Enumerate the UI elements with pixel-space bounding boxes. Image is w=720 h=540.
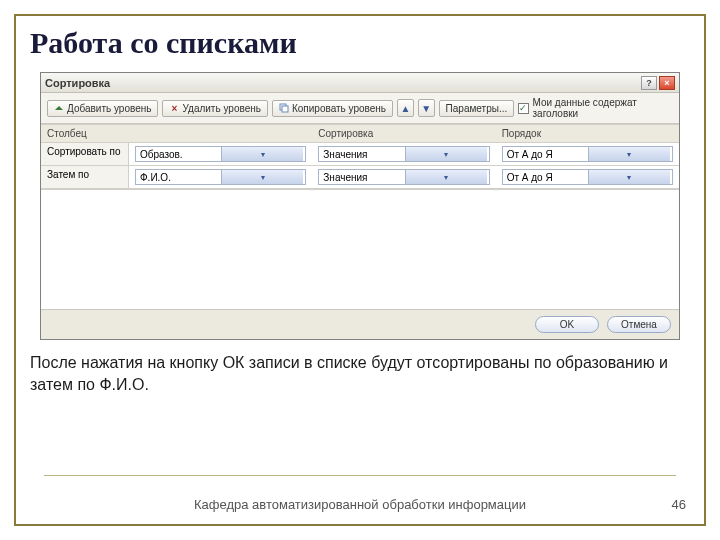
chevron-down-icon: ▾ [405, 170, 487, 184]
column-select[interactable]: Образов.▾ [135, 146, 306, 162]
has-headers-checkbox[interactable]: ✓ Мои данные содержат заголовки [518, 97, 673, 119]
cell: Значения▾ [312, 143, 495, 166]
cell: От А до Я▾ [496, 143, 679, 166]
add-level-button[interactable]: Добавить уровень [47, 100, 158, 117]
chevron-down-icon: ▾ [588, 147, 670, 161]
grid-header-sortby: Сортировка [312, 124, 495, 143]
slide-title: Работа со списками [30, 26, 690, 60]
sortby-select[interactable]: Значения▾ [318, 146, 489, 162]
close-button[interactable]: × [659, 76, 675, 90]
dialog-footer: OK Отмена [41, 309, 679, 339]
ok-button[interactable]: OK [535, 316, 599, 333]
add-icon [54, 103, 64, 113]
cell: Ф.И.О.▾ [129, 166, 312, 189]
footer-caption: Кафедра автоматизированной обработки инф… [16, 497, 704, 512]
checkbox-icon: ✓ [518, 103, 528, 114]
svg-rect-1 [282, 106, 288, 112]
options-button[interactable]: Параметры... [439, 100, 515, 117]
cell: От А до Я▾ [496, 166, 679, 189]
sort-dialog: Сортировка ? × Добавить уровень × Удалит… [40, 72, 680, 340]
dialog-toolbar: Добавить уровень × Удалить уровень Копир… [41, 93, 679, 124]
row-lead: Затем по [41, 166, 129, 189]
cell: Значения▾ [312, 166, 495, 189]
grid-header-order: Порядок [496, 124, 679, 143]
dialog-caption: Сортировка [45, 77, 110, 89]
chevron-down-icon: ▾ [405, 147, 487, 161]
chevron-down-icon: ▾ [221, 170, 303, 184]
copy-level-button[interactable]: Копировать уровень [272, 100, 393, 117]
slide-frame: Работа со списками Сортировка ? × Добави… [14, 14, 706, 526]
sort-grid: Столбец Сортировка Порядок Сортировать п… [41, 124, 679, 189]
order-select[interactable]: От А до Я▾ [502, 169, 673, 185]
grid-empty-area [41, 189, 679, 309]
chevron-down-icon: ▾ [221, 147, 303, 161]
delete-icon: × [169, 103, 179, 113]
move-down-button[interactable]: ▼ [418, 99, 435, 117]
cell: Образов.▾ [129, 143, 312, 166]
cancel-button[interactable]: Отмена [607, 316, 671, 333]
sortby-select[interactable]: Значения▾ [318, 169, 489, 185]
delete-level-button[interactable]: × Удалить уровень [162, 100, 267, 117]
column-select[interactable]: Ф.И.О.▾ [135, 169, 306, 185]
order-select[interactable]: От А до Я▾ [502, 146, 673, 162]
move-up-button[interactable]: ▲ [397, 99, 414, 117]
page-number: 46 [672, 497, 686, 512]
chevron-down-icon: ▾ [588, 170, 670, 184]
body-paragraph: После нажатия на кнопку ОК записи в спис… [30, 352, 690, 395]
footer-divider [44, 475, 676, 476]
row-lead: Сортировать по [41, 143, 129, 166]
dialog-titlebar: Сортировка ? × [41, 73, 679, 93]
help-button[interactable]: ? [641, 76, 657, 90]
copy-icon [279, 103, 289, 113]
grid-header-column: Столбец [41, 124, 312, 143]
